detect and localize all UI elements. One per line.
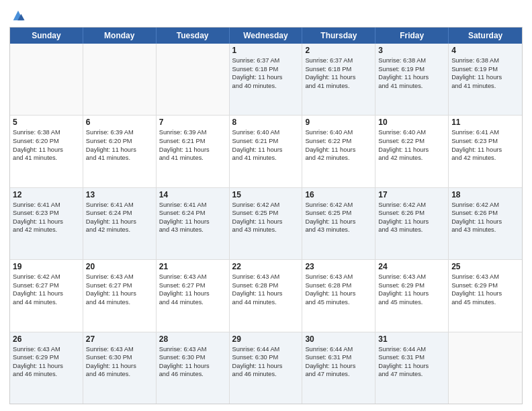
sunset-text: Sunset: 6:27 PM bbox=[86, 281, 153, 290]
day-number: 1 bbox=[232, 46, 300, 55]
day-number: 28 bbox=[159, 334, 226, 344]
daylight-text-1: Daylight: 11 hours bbox=[451, 218, 519, 226]
sunset-text: Sunset: 6:24 PM bbox=[86, 209, 153, 218]
daylight-text-1: Daylight: 11 hours bbox=[378, 289, 445, 298]
day-number: 10 bbox=[378, 118, 445, 127]
week-row-1: 5Sunrise: 6:38 AMSunset: 6:20 PMDaylight… bbox=[10, 116, 522, 187]
sunset-text: Sunset: 6:21 PM bbox=[232, 137, 300, 146]
sunset-text: Sunset: 6:27 PM bbox=[159, 281, 226, 290]
day-cell-31: 31Sunrise: 6:44 AMSunset: 6:31 PMDayligh… bbox=[375, 332, 449, 404]
day-cell-8: 8Sunrise: 6:40 AMSunset: 6:21 PMDaylight… bbox=[230, 116, 303, 187]
day-cell-11: 11Sunrise: 6:41 AMSunset: 6:23 PMDayligh… bbox=[449, 116, 522, 187]
daylight-text-1: Daylight: 11 hours bbox=[159, 362, 226, 371]
day-cell-10: 10Sunrise: 6:40 AMSunset: 6:22 PMDayligh… bbox=[375, 116, 449, 187]
sunrise-text: Sunrise: 6:43 AM bbox=[305, 273, 372, 281]
day-number: 25 bbox=[451, 262, 519, 271]
day-number: 6 bbox=[86, 118, 153, 127]
daylight-text-2: and 46 minutes. bbox=[13, 370, 80, 379]
sunset-text: Sunset: 6:21 PM bbox=[159, 137, 226, 146]
day-number: 12 bbox=[13, 190, 80, 199]
daylight-text-2: and 47 minutes. bbox=[305, 370, 372, 379]
day-cell-21: 21Sunrise: 6:43 AMSunset: 6:27 PMDayligh… bbox=[157, 260, 230, 331]
daylight-text-1: Daylight: 11 hours bbox=[86, 218, 153, 226]
sunset-text: Sunset: 6:31 PM bbox=[305, 353, 372, 362]
sunrise-text: Sunrise: 6:38 AM bbox=[451, 56, 519, 65]
daylight-text-2: and 45 minutes. bbox=[451, 298, 519, 307]
sunrise-text: Sunrise: 6:42 AM bbox=[13, 273, 80, 281]
day-cell-20: 20Sunrise: 6:43 AMSunset: 6:27 PMDayligh… bbox=[83, 260, 157, 331]
day-number: 14 bbox=[159, 190, 226, 199]
sunset-text: Sunset: 6:24 PM bbox=[159, 209, 226, 218]
daylight-text-2: and 43 minutes. bbox=[232, 226, 300, 234]
header bbox=[9, 7, 523, 23]
daylight-text-2: and 46 minutes. bbox=[86, 370, 153, 379]
daylight-text-1: Daylight: 11 hours bbox=[86, 289, 153, 298]
sunset-text: Sunset: 6:29 PM bbox=[451, 281, 519, 290]
daylight-text-2: and 46 minutes. bbox=[159, 370, 226, 379]
sunset-text: Sunset: 6:28 PM bbox=[232, 281, 300, 290]
day-number: 17 bbox=[378, 190, 445, 199]
day-number: 18 bbox=[451, 190, 519, 199]
day-number: 31 bbox=[378, 334, 445, 344]
daylight-text-2: and 43 minutes. bbox=[159, 226, 226, 234]
day-number: 9 bbox=[305, 118, 372, 127]
day-number: 5 bbox=[13, 118, 80, 127]
day-cell-4: 4Sunrise: 6:38 AMSunset: 6:19 PMDaylight… bbox=[449, 44, 522, 115]
sunset-text: Sunset: 6:26 PM bbox=[378, 209, 445, 218]
sunset-text: Sunset: 6:26 PM bbox=[451, 209, 519, 218]
day-number: 3 bbox=[378, 46, 445, 55]
day-cell-29: 29Sunrise: 6:44 AMSunset: 6:30 PMDayligh… bbox=[230, 332, 303, 404]
daylight-text-1: Daylight: 11 hours bbox=[159, 146, 226, 154]
sunrise-text: Sunrise: 6:38 AM bbox=[378, 56, 445, 65]
day-cell-26: 26Sunrise: 6:43 AMSunset: 6:29 PMDayligh… bbox=[10, 332, 83, 404]
sunrise-text: Sunrise: 6:38 AM bbox=[13, 128, 80, 137]
daylight-text-1: Daylight: 11 hours bbox=[232, 73, 300, 82]
sunrise-text: Sunrise: 6:41 AM bbox=[451, 128, 519, 137]
header-cell-wednesday: Wednesday bbox=[230, 28, 303, 44]
week-row-2: 12Sunrise: 6:41 AMSunset: 6:23 PMDayligh… bbox=[10, 188, 522, 260]
sunrise-text: Sunrise: 6:37 AM bbox=[232, 56, 300, 65]
daylight-text-1: Daylight: 11 hours bbox=[159, 289, 226, 298]
sunset-text: Sunset: 6:22 PM bbox=[305, 137, 372, 146]
logo bbox=[9, 9, 26, 23]
daylight-text-2: and 42 minutes. bbox=[451, 154, 519, 163]
empty-cell bbox=[10, 44, 83, 115]
sunrise-text: Sunrise: 6:40 AM bbox=[232, 128, 300, 137]
empty-cell bbox=[449, 332, 522, 404]
daylight-text-1: Daylight: 11 hours bbox=[305, 289, 372, 298]
daylight-text-1: Daylight: 11 hours bbox=[232, 289, 300, 298]
day-cell-18: 18Sunrise: 6:42 AMSunset: 6:26 PMDayligh… bbox=[449, 188, 522, 259]
calendar-body: 1Sunrise: 6:37 AMSunset: 6:18 PMDaylight… bbox=[10, 44, 522, 404]
day-number: 27 bbox=[86, 334, 153, 344]
logo-icon bbox=[11, 8, 26, 23]
day-cell-2: 2Sunrise: 6:37 AMSunset: 6:18 PMDaylight… bbox=[302, 44, 375, 115]
day-cell-5: 5Sunrise: 6:38 AMSunset: 6:20 PMDaylight… bbox=[10, 116, 83, 187]
sunrise-text: Sunrise: 6:41 AM bbox=[13, 201, 80, 210]
sunrise-text: Sunrise: 6:37 AM bbox=[305, 56, 372, 65]
daylight-text-1: Daylight: 11 hours bbox=[305, 218, 372, 226]
sunrise-text: Sunrise: 6:41 AM bbox=[86, 201, 153, 210]
sunrise-text: Sunrise: 6:42 AM bbox=[451, 201, 519, 210]
day-cell-15: 15Sunrise: 6:42 AMSunset: 6:25 PMDayligh… bbox=[230, 188, 303, 259]
sunrise-text: Sunrise: 6:43 AM bbox=[232, 273, 300, 281]
day-cell-14: 14Sunrise: 6:41 AMSunset: 6:24 PMDayligh… bbox=[157, 188, 230, 259]
sunset-text: Sunset: 6:30 PM bbox=[86, 353, 153, 362]
sunrise-text: Sunrise: 6:43 AM bbox=[86, 345, 153, 354]
sunset-text: Sunset: 6:31 PM bbox=[378, 353, 445, 362]
daylight-text-1: Daylight: 11 hours bbox=[378, 146, 445, 154]
daylight-text-2: and 45 minutes. bbox=[305, 298, 372, 307]
sunset-text: Sunset: 6:23 PM bbox=[13, 209, 80, 218]
sunset-text: Sunset: 6:20 PM bbox=[86, 137, 153, 146]
sunset-text: Sunset: 6:27 PM bbox=[13, 281, 80, 290]
day-cell-3: 3Sunrise: 6:38 AMSunset: 6:19 PMDaylight… bbox=[375, 44, 449, 115]
sunrise-text: Sunrise: 6:40 AM bbox=[305, 128, 372, 137]
daylight-text-1: Daylight: 11 hours bbox=[232, 218, 300, 226]
daylight-text-2: and 42 minutes. bbox=[86, 226, 153, 234]
daylight-text-2: and 41 minutes. bbox=[159, 154, 226, 163]
calendar: SundayMondayTuesdayWednesdayThursdayFrid… bbox=[9, 27, 523, 404]
sunrise-text: Sunrise: 6:43 AM bbox=[451, 273, 519, 281]
sunrise-text: Sunrise: 6:42 AM bbox=[378, 201, 445, 210]
empty-cell bbox=[157, 44, 230, 115]
sunset-text: Sunset: 6:25 PM bbox=[305, 209, 372, 218]
day-number: 11 bbox=[451, 118, 519, 127]
